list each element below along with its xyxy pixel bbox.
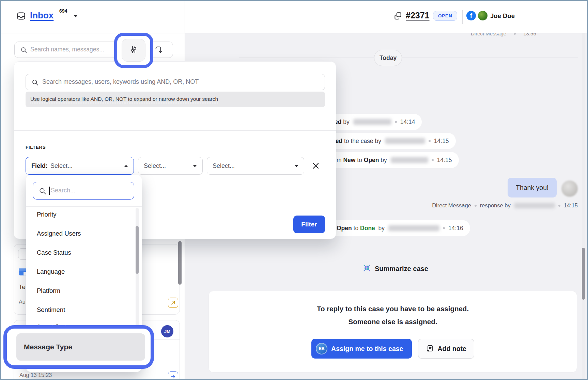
activity-log-entry: ed by 14:14	[328, 114, 422, 130]
dropdown-search-input[interactable]	[51, 182, 129, 199]
outgoing-message-bubble: Thank you!	[508, 178, 557, 197]
remove-filter-icon[interactable]	[311, 161, 321, 171]
date-divider-line	[239, 58, 374, 58]
dropdown-item-platform[interactable]: Platform	[26, 281, 134, 300]
apply-filter-button[interactable]: Filter	[293, 216, 325, 233]
date-divider-pill: Today	[374, 50, 402, 66]
add-note-button[interactable]: Add note	[418, 339, 474, 359]
chevron-up-icon	[124, 165, 128, 167]
redacted-name	[353, 119, 391, 125]
dropdown-item-message-type[interactable]: Message Type	[16, 333, 145, 361]
dropdown-item-case-status[interactable]: Case Status	[26, 243, 134, 262]
filter-field-select[interactable]: Field: Select...	[26, 157, 134, 175]
activity-log-entry: ned to the case by 14:15	[325, 133, 456, 149]
chat-scrollbar-track	[582, 33, 585, 380]
dropdown-item-sentiment[interactable]: Sentiment	[26, 300, 134, 319]
dropdown-item-assigned-users[interactable]: Assigned Users	[26, 224, 134, 243]
case-header: #2371 OPEN f Joe Doe	[185, 1, 588, 33]
sort-order-icon[interactable]	[154, 45, 164, 54]
customer-avatar	[478, 11, 488, 20]
note-plus-icon	[426, 344, 434, 353]
assignment-notice-line2: Someone else is assigned.	[209, 318, 577, 326]
conversation-date: Aug 13 15:23	[19, 372, 52, 378]
filter-icon-annotation-ring	[114, 33, 153, 68]
inbox-icon	[16, 11, 26, 22]
redacted-name	[388, 225, 439, 231]
search-icon	[38, 187, 47, 196]
ai-sparkle-icon	[362, 264, 371, 274]
advanced-search-field	[26, 74, 325, 90]
redacted-name	[514, 203, 555, 208]
dropdown-item-priority[interactable]: Priority	[26, 205, 134, 224]
header-divider	[462, 10, 463, 24]
inbox-title-link[interactable]: Inbox	[30, 10, 53, 21]
left-panel-scrollbar[interactable]	[178, 241, 182, 285]
copy-icon[interactable]	[393, 11, 402, 21]
activity-log-entry: Open to Done by 14:16	[330, 220, 470, 236]
redacted-name	[391, 157, 428, 163]
filter-operator-select[interactable]: Select...	[138, 157, 203, 175]
case-id[interactable]: #2371	[406, 11, 430, 20]
assignment-notice-card: To reply to this case you have to be ass…	[208, 291, 577, 373]
assign-me-button[interactable]: EB Assign me to this case	[311, 339, 412, 359]
avatar: JM	[161, 325, 173, 337]
modal-divider	[14, 130, 336, 131]
avatar: EB	[316, 343, 327, 354]
message-type-annotation-ring: Message Type	[3, 325, 154, 369]
conversation-subtitle-fragment: Au	[19, 299, 26, 305]
date-divider-line	[402, 58, 578, 58]
summarize-case-button[interactable]: Summarize case	[362, 264, 428, 274]
redacted-name	[385, 138, 425, 144]
filters-toggle-button[interactable]	[122, 39, 145, 62]
advanced-search-input[interactable]	[42, 74, 281, 90]
inbox-search-input[interactable]	[30, 42, 126, 57]
text-cursor	[49, 187, 50, 195]
sliders-icon	[129, 45, 138, 56]
dropdown-item-language[interactable]: Language	[26, 262, 134, 281]
dropdown-scrollbar-thumb[interactable]	[136, 226, 139, 274]
message-caption: Direct Messageresponse by14:15	[392, 202, 578, 209]
chevron-down-icon[interactable]	[74, 15, 78, 17]
assignment-notice-line1: To reply to this case you have to be ass…	[209, 305, 577, 313]
summarize-case-label: Summarize case	[375, 265, 428, 273]
open-conversation-icon[interactable]	[168, 371, 178, 380]
filters-section-label: FILTERS	[26, 145, 46, 150]
chevron-down-icon	[193, 165, 197, 167]
external-link-icon[interactable]	[168, 298, 178, 308]
customer-name: Joe Doe	[490, 12, 515, 20]
inbox-header: Inbox 694	[1, 1, 185, 33]
blurred-avatar	[561, 180, 578, 197]
filter-value-select[interactable]: Select...	[207, 157, 304, 175]
card-divider	[150, 339, 180, 340]
app-window: Te Au JM Aug 13 15:23 Direct Message13:5…	[0, 0, 588, 380]
status-badge: OPEN	[433, 11, 457, 21]
search-helper-bar: Use logical operators like AND, OR, NOT …	[26, 92, 325, 107]
facebook-icon: f	[466, 11, 476, 20]
activity-log-entry: m New to Open by 14:15	[330, 152, 459, 168]
chevron-down-icon	[294, 165, 298, 167]
conversation-title-fragment: Te	[19, 283, 26, 291]
search-icon	[20, 46, 28, 55]
chat-scrollbar-thumb[interactable]	[582, 248, 585, 300]
dropdown-search-field	[33, 182, 134, 200]
search-icon	[31, 79, 39, 88]
clipped-message-caption: Direct Message13:56	[471, 33, 566, 36]
inbox-count-badge: 694	[59, 8, 67, 14]
